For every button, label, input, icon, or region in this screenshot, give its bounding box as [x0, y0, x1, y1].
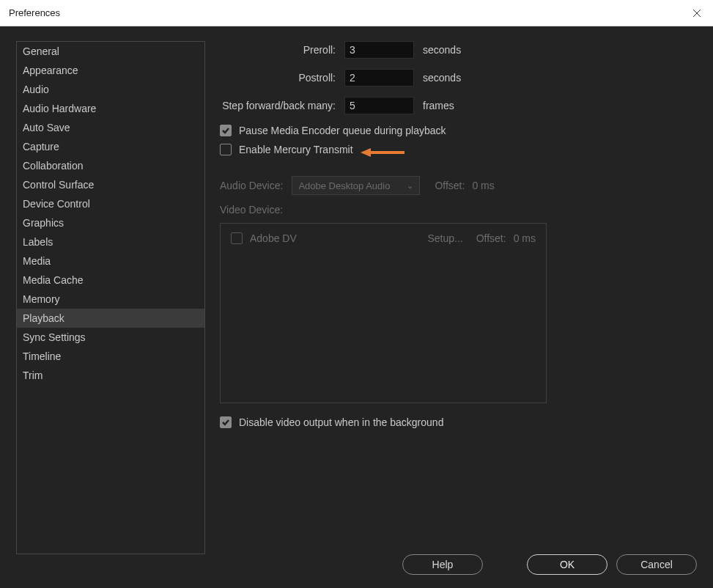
- pause-encoder-row: Pause Media Encoder queue during playbac…: [220, 125, 698, 136]
- disable-bg-video-label: Disable video output when in the backgro…: [239, 416, 443, 428]
- video-device-list: Adobe DV Setup... Offset: 0 ms: [220, 223, 547, 403]
- step-suffix: frames: [423, 100, 454, 111]
- cancel-button[interactable]: Cancel: [616, 554, 697, 575]
- postroll-suffix: seconds: [423, 72, 461, 84]
- sidebar-item-appearance[interactable]: Appearance: [17, 61, 204, 80]
- sidebar-item-collaboration[interactable]: Collaboration: [17, 156, 204, 175]
- annotation-arrow-icon: [361, 147, 406, 158]
- pause-encoder-checkbox[interactable]: [220, 125, 232, 136]
- preroll-label: Preroll:: [220, 44, 336, 56]
- postroll-input[interactable]: [344, 69, 414, 87]
- sidebar-item-labels[interactable]: Labels: [17, 232, 204, 251]
- postroll-label: Postroll:: [220, 72, 336, 84]
- sidebar-item-control-surface[interactable]: Control Surface: [17, 175, 204, 194]
- audio-offset-label: Offset:: [435, 180, 465, 191]
- sidebar-item-device-control[interactable]: Device Control: [17, 194, 204, 213]
- video-device-row: Adobe DV Setup... Offset: 0 ms: [231, 232, 536, 244]
- checkmark-icon: [221, 126, 230, 135]
- mercury-transmit-checkbox[interactable]: [220, 144, 232, 155]
- svg-marker-1: [361, 148, 371, 157]
- video-offset-label: Offset:: [476, 232, 506, 244]
- sidebar-item-media[interactable]: Media: [17, 251, 204, 271]
- mercury-transmit-row: Enable Mercury Transmit: [220, 144, 698, 155]
- video-device-setup: Setup...: [427, 232, 462, 244]
- titlebar: Preferences: [0, 0, 713, 26]
- checkmark-icon: [221, 418, 230, 427]
- sidebar-item-general[interactable]: General: [17, 42, 204, 61]
- video-device-label: Video Device:: [220, 204, 698, 216]
- sidebar-item-sync-settings[interactable]: Sync Settings: [17, 328, 204, 347]
- preroll-suffix: seconds: [423, 44, 461, 56]
- disable-bg-video-checkbox[interactable]: [220, 416, 232, 428]
- step-row: Step forward/back many: frames: [220, 97, 698, 114]
- close-icon: [692, 9, 701, 18]
- video-device-name: Adobe DV: [250, 232, 427, 244]
- step-label: Step forward/back many:: [220, 100, 336, 111]
- audio-device-label: Audio Device:: [220, 180, 283, 191]
- window-title: Preferences: [9, 7, 60, 18]
- main-panel: Preroll: seconds Postroll: seconds Step …: [220, 41, 698, 436]
- pause-encoder-label: Pause Media Encoder queue during playbac…: [239, 125, 446, 136]
- preroll-input[interactable]: [344, 41, 414, 59]
- help-button[interactable]: Help: [402, 554, 483, 575]
- audio-device-dropdown: Adobe Desktop Audio ⌄: [292, 176, 420, 195]
- chevron-down-icon: ⌄: [407, 181, 413, 191]
- video-device-checkbox: [231, 232, 243, 244]
- sidebar-item-trim[interactable]: Trim: [17, 366, 204, 385]
- postroll-row: Postroll: seconds: [220, 69, 698, 87]
- ok-button[interactable]: OK: [527, 554, 607, 575]
- close-button[interactable]: [690, 6, 704, 21]
- audio-device-value: Adobe Desktop Audio: [298, 180, 390, 191]
- sidebar-item-audio-hardware[interactable]: Audio Hardware: [17, 99, 204, 118]
- sidebar-item-audio[interactable]: Audio: [17, 80, 204, 99]
- sidebar-item-memory[interactable]: Memory: [17, 290, 204, 309]
- sidebar-item-playback[interactable]: Playback: [17, 309, 204, 328]
- dialog-footer: Help OK Cancel: [402, 554, 697, 575]
- mercury-transmit-label: Enable Mercury Transmit: [239, 144, 353, 155]
- sidebar-item-timeline[interactable]: Timeline: [17, 347, 204, 366]
- sidebar-item-media-cache[interactable]: Media Cache: [17, 271, 204, 290]
- category-sidebar: GeneralAppearanceAudioAudio HardwareAuto…: [16, 41, 205, 554]
- sidebar-item-graphics[interactable]: Graphics: [17, 213, 204, 232]
- content-area: GeneralAppearanceAudioAudio HardwareAuto…: [0, 26, 713, 588]
- sidebar-item-capture[interactable]: Capture: [17, 137, 204, 156]
- video-offset-value: 0 ms: [514, 232, 536, 244]
- audio-device-row: Audio Device: Adobe Desktop Audio ⌄ Offs…: [220, 176, 698, 195]
- step-input[interactable]: [344, 97, 414, 114]
- sidebar-item-auto-save[interactable]: Auto Save: [17, 118, 204, 137]
- preroll-row: Preroll: seconds: [220, 41, 698, 59]
- disable-bg-video-row: Disable video output when in the backgro…: [220, 416, 698, 428]
- audio-offset-value: 0 ms: [472, 180, 494, 191]
